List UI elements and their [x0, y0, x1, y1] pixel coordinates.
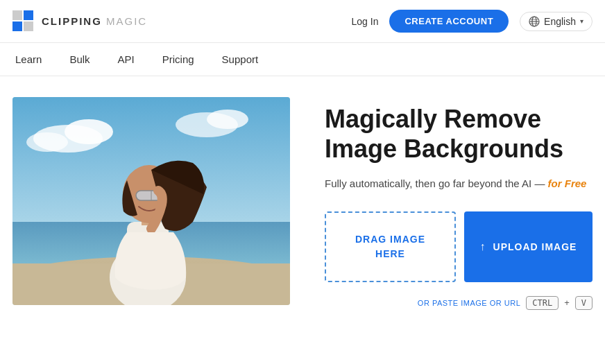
logo-text: CLIPPING MAGIC — [42, 15, 147, 27]
chevron-down-icon: ▾ — [580, 17, 583, 25]
globe-icon — [529, 16, 540, 27]
nav-item-learn[interactable]: Learn — [3, 48, 54, 71]
header: CLIPPING MAGIC Log In CREATE ACCOUNT Eng… — [0, 0, 605, 43]
logo-icon — [12, 10, 35, 33]
hero-subtitle: Fully automatically, then go far beyond … — [325, 176, 593, 192]
svg-rect-2 — [12, 21, 22, 31]
svg-point-14 — [207, 110, 248, 129]
hero-content: Magically Remove Image Backgrounds Fully… — [325, 97, 593, 310]
language-label: English — [544, 16, 576, 27]
header-right: Log In CREATE ACCOUNT English ▾ — [352, 10, 593, 33]
upload-image-button[interactable]: ↑ UPLOAD IMAGE — [464, 211, 593, 282]
svg-rect-0 — [12, 10, 22, 20]
hero-image — [12, 97, 290, 305]
nav-item-bulk[interactable]: Bulk — [57, 48, 102, 71]
svg-rect-3 — [24, 21, 33, 31]
logo[interactable]: CLIPPING MAGIC — [12, 10, 147, 33]
nav-item-pricing[interactable]: Pricing — [150, 48, 207, 71]
hero-image-svg — [12, 97, 290, 305]
paste-label: OR PASTE IMAGE OR URL — [418, 299, 520, 307]
nav-item-api[interactable]: API — [105, 48, 147, 71]
main-content: Magically Remove Image Backgrounds Fully… — [0, 76, 605, 324]
login-link[interactable]: Log In — [352, 16, 379, 27]
v-key: V — [575, 296, 593, 310]
hero-title: Magically Remove Image Backgrounds — [325, 104, 593, 164]
action-buttons: DRAG IMAGE HERE ↑ UPLOAD IMAGE — [325, 211, 593, 282]
language-selector[interactable]: English ▾ — [520, 12, 593, 31]
paste-row: OR PASTE IMAGE OR URL CTRL + V — [325, 296, 593, 310]
plus-icon: + — [564, 297, 570, 308]
ctrl-key: CTRL — [526, 296, 559, 310]
drag-image-button[interactable]: DRAG IMAGE HERE — [325, 211, 456, 282]
for-free-label: for Free — [548, 177, 587, 189]
main-nav: Learn Bulk API Pricing Support — [0, 43, 605, 76]
create-account-button[interactable]: CREATE ACCOUNT — [389, 10, 509, 33]
svg-rect-1 — [24, 10, 33, 20]
svg-point-12 — [26, 132, 68, 152]
nav-item-support[interactable]: Support — [210, 48, 271, 71]
upload-arrow-icon: ↑ — [480, 241, 486, 253]
svg-point-11 — [65, 119, 113, 144]
